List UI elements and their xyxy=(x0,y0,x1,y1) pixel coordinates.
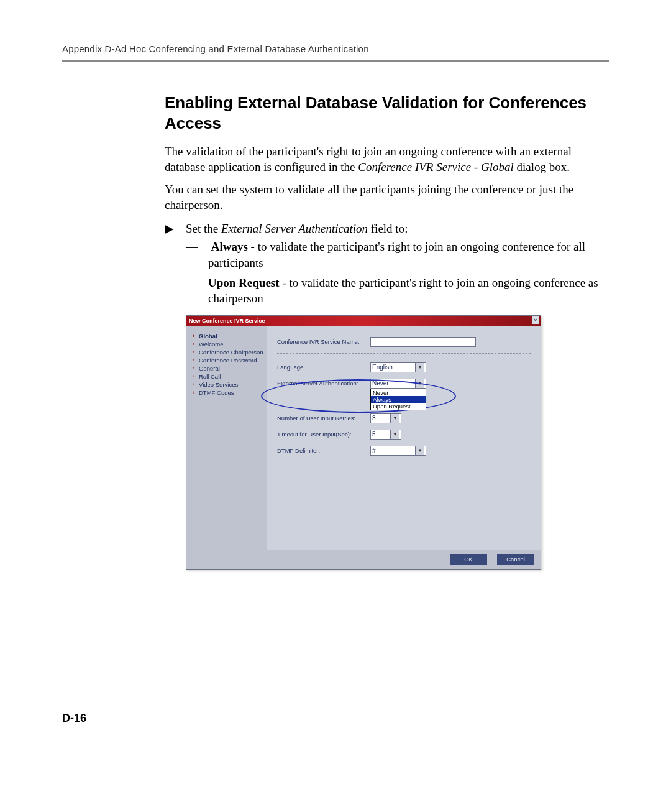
ivr-service-dialog: New Conference IVR Service × ›Global ›We… xyxy=(186,315,541,570)
sub2-bold: Upon Request xyxy=(208,276,280,289)
bullet-a: Set the xyxy=(186,222,221,235)
row-service-name: Conference IVR Service Name: xyxy=(277,337,531,347)
para1-italic: Conference IVR Service - Global xyxy=(358,160,513,173)
sidebar-item-rollcall[interactable]: ›Roll Call xyxy=(193,372,265,381)
page-header: Appendix D-Ad Hoc Conferencing and Exter… xyxy=(62,44,609,54)
ext-auth-option-upon-request[interactable]: Upon Request xyxy=(371,403,426,410)
label-retries: Number of User Input Retries: xyxy=(277,415,370,422)
caret-icon: › xyxy=(193,389,199,395)
ext-auth-dropdown[interactable]: Never Always Upon Request xyxy=(370,389,426,410)
sidebar-label: Global xyxy=(199,333,217,339)
dialog-sidebar: ›Global ›Welcome ›Conference Chairperson… xyxy=(186,326,267,550)
dialog-footer: OK Cancel xyxy=(186,550,541,569)
bullet-b: field to: xyxy=(368,222,408,235)
row-ext-auth: External Server Authentication: Never ▼ … xyxy=(277,379,531,389)
select-retries-value: 3 xyxy=(372,415,376,422)
label-ext-auth: External Server Authentication: xyxy=(277,380,370,387)
page-number: D-16 xyxy=(62,712,86,725)
sub1-bold: Always - xyxy=(211,240,258,253)
select-ext-auth[interactable]: Never ▼ xyxy=(370,379,426,389)
chevron-down-icon: ▼ xyxy=(415,379,424,388)
select-ext-auth-value: Never xyxy=(372,380,389,387)
close-icon[interactable]: × xyxy=(532,316,539,324)
sub-bullet-2: — Upon Request - to validate the partici… xyxy=(186,275,603,307)
caret-icon: › xyxy=(193,365,199,371)
caret-icon: › xyxy=(193,333,199,339)
label-language: Language: xyxy=(277,364,370,371)
sidebar-label: DTMF Codes xyxy=(199,389,234,396)
label-timeout: Timeout for User Input(Sec): xyxy=(277,431,370,438)
section-divider xyxy=(277,353,531,354)
row-retries: Number of User Input Retries: 3 ▼ xyxy=(277,413,531,423)
label-delimiter: DTMF Delimiter: xyxy=(277,447,370,454)
header-rule xyxy=(62,60,609,62)
caret-icon: › xyxy=(193,349,199,355)
ext-auth-option-always[interactable]: Always xyxy=(371,396,426,403)
sidebar-item-video[interactable]: ›Video Services xyxy=(193,381,265,389)
dash-bullet-icon: — xyxy=(186,275,208,307)
chevron-down-icon: ▼ xyxy=(390,430,399,439)
select-language[interactable]: English ▼ xyxy=(370,362,426,372)
select-language-value: English xyxy=(372,364,393,371)
row-delimiter: DTMF Delimiter: # ▼ xyxy=(277,446,531,456)
row-language: Language: English ▼ xyxy=(277,362,531,372)
dialog-title-text: New Conference IVR Service xyxy=(189,318,265,324)
row-timeout: Timeout for User Input(Sec): 5 ▼ xyxy=(277,430,531,440)
paragraph-2: You can set the system to validate all t… xyxy=(165,182,603,213)
cancel-button[interactable]: Cancel xyxy=(497,554,534,565)
caret-icon: › xyxy=(193,357,199,363)
ok-button[interactable]: OK xyxy=(450,554,487,565)
input-service-name[interactable] xyxy=(370,337,476,347)
bullet-main: ▶ Set the External Server Authentication… xyxy=(165,221,603,237)
sidebar-label: Conference Chairperson xyxy=(199,349,263,356)
chevron-down-icon: ▼ xyxy=(415,363,424,372)
sidebar-label: Roll Call xyxy=(199,373,221,380)
para1-b: dialog box. xyxy=(514,160,570,173)
sidebar-item-chairperson[interactable]: ›Conference Chairperson xyxy=(193,348,265,356)
select-delimiter-value: # xyxy=(372,447,376,454)
label-service-name: Conference IVR Service Name: xyxy=(277,338,370,345)
select-retries[interactable]: 3 ▼ xyxy=(370,413,401,423)
sub-bullet-1: — Always - to validate the participant's… xyxy=(186,239,603,270)
sidebar-label: Conference Password xyxy=(199,357,257,364)
dash-bullet-icon: — xyxy=(186,239,208,270)
triangle-bullet-icon: ▶ xyxy=(165,221,186,237)
dialog-titlebar[interactable]: New Conference IVR Service × xyxy=(186,316,541,326)
caret-icon: › xyxy=(193,341,199,347)
select-delimiter[interactable]: # ▼ xyxy=(370,446,426,456)
bullet-italic: External Server Authentication xyxy=(221,222,368,235)
sub1-rest: to validate the participant's right to j… xyxy=(208,240,585,269)
sidebar-item-global[interactable]: ›Global xyxy=(193,332,265,340)
dialog-main-panel: Conference IVR Service Name: Language: E… xyxy=(267,326,541,550)
sidebar-item-dtmf[interactable]: ›DTMF Codes xyxy=(193,389,265,397)
select-timeout-value: 5 xyxy=(372,431,376,438)
sidebar-label: Welcome xyxy=(199,341,223,348)
caret-icon: › xyxy=(193,373,199,379)
paragraph-1: The validation of the participant's righ… xyxy=(165,144,603,175)
sidebar-item-general[interactable]: ›General xyxy=(193,364,265,372)
chevron-down-icon: ▼ xyxy=(415,446,424,455)
sidebar-label: Video Services xyxy=(199,381,238,388)
sidebar-label: General xyxy=(199,365,220,372)
sidebar-item-welcome[interactable]: ›Welcome xyxy=(193,340,265,348)
section-title: Enabling External Database Validation fo… xyxy=(165,93,603,133)
ext-auth-option-never[interactable]: Never xyxy=(371,389,426,396)
caret-icon: › xyxy=(193,381,199,387)
sidebar-item-password[interactable]: ›Conference Password xyxy=(193,356,265,364)
chevron-down-icon: ▼ xyxy=(390,414,399,423)
select-timeout[interactable]: 5 ▼ xyxy=(370,430,401,440)
